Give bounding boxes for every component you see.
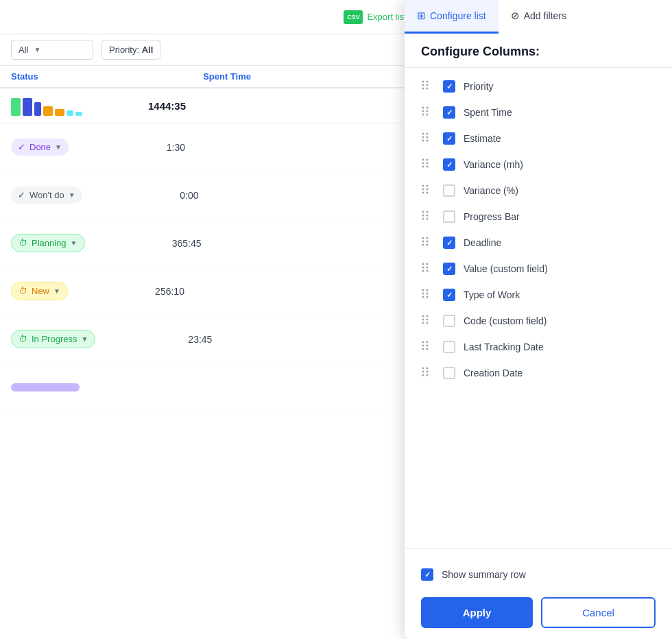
svg-point-58 — [427, 293, 429, 295]
svg-point-30 — [427, 166, 429, 168]
done-status-badge[interactable]: ✓ Done ▼ — [11, 138, 69, 156]
checkbox-last_tracking[interactable] — [443, 341, 455, 353]
checkbox-creation_date[interactable] — [443, 367, 455, 379]
svg-point-27 — [422, 162, 424, 165]
footer-buttons: Apply Cancel — [421, 597, 656, 628]
spent-time-value: 1:30 — [82, 142, 185, 153]
svg-point-49 — [422, 263, 424, 265]
spent-time-value: 256:10 — [82, 286, 184, 297]
dropdown-arrow-icon: ▼ — [53, 287, 60, 295]
priority-filter[interactable]: Priority: All — [101, 40, 160, 60]
panel-tabs: ⊞ Configure list ⊘ Add filters — [405, 0, 672, 34]
show-summary-checkbox[interactable] — [421, 568, 433, 581]
bar-blue-2 — [34, 102, 41, 116]
checkbox-deadline[interactable] — [443, 237, 455, 249]
list-item[interactable]: Spent Time — [405, 99, 672, 125]
checkbox-variance_pct[interactable] — [443, 184, 455, 197]
svg-point-76 — [427, 371, 429, 373]
svg-point-71 — [422, 348, 424, 350]
svg-point-36 — [427, 192, 429, 194]
svg-point-26 — [427, 159, 429, 161]
svg-point-46 — [427, 241, 429, 243]
drag-handle-icon[interactable] — [421, 315, 435, 327]
bar-green — [11, 98, 21, 116]
list-item[interactable]: Variance (mh) — [405, 152, 672, 178]
checkbox-spent_time[interactable] — [443, 106, 455, 119]
checkbox-priority[interactable] — [443, 80, 455, 93]
list-item[interactable]: Priority — [405, 73, 672, 99]
drag-handle-icon[interactable] — [421, 132, 435, 145]
all-filter-select[interactable]: All ▼ — [11, 40, 93, 60]
checkbox-type_of_work[interactable] — [443, 289, 455, 301]
drag-handle-icon[interactable] — [421, 367, 435, 379]
done-icon: ✓ — [18, 142, 25, 152]
columns-list: Priority Spent Time Estimate Variance (m… — [405, 68, 672, 548]
dropdown-arrow-icon: ▼ — [69, 191, 75, 199]
svg-point-72 — [427, 348, 429, 350]
drag-handle-icon[interactable] — [421, 106, 435, 119]
dropdown-arrow-icon: ▼ — [34, 46, 40, 53]
drag-handle-icon[interactable] — [421, 184, 435, 197]
spent-time-value: 23:45 — [109, 334, 212, 345]
svg-point-7 — [422, 81, 424, 83]
drag-handle-icon[interactable] — [421, 341, 435, 353]
chart-bars — [11, 95, 134, 116]
planning-status-badge[interactable]: ⏱ Planning ▼ — [11, 234, 85, 252]
list-item[interactable]: Variance (%) — [405, 178, 672, 204]
list-item[interactable]: Progress Bar — [405, 204, 672, 230]
checkbox-variance_mh[interactable] — [443, 158, 455, 171]
checkbox-value_custom[interactable] — [443, 263, 455, 275]
svg-point-48 — [427, 244, 429, 246]
inprogress-status-badge[interactable]: ⏱ In Progress ▼ — [11, 330, 95, 348]
column-label: Priority — [464, 81, 494, 92]
svg-point-25 — [422, 159, 424, 161]
list-item[interactable]: Deadline — [405, 230, 672, 256]
column-label: Variance (mh) — [464, 159, 523, 170]
svg-point-34 — [427, 189, 429, 191]
list-item[interactable]: Estimate — [405, 125, 672, 152]
new-status-badge[interactable]: ⏱ New ▼ — [11, 282, 68, 300]
svg-point-10 — [427, 84, 429, 86]
svg-point-42 — [427, 218, 429, 220]
drag-handle-icon[interactable] — [421, 237, 435, 249]
drag-handle-icon[interactable] — [421, 263, 435, 275]
svg-point-57 — [422, 293, 424, 295]
drag-handle-icon[interactable] — [421, 80, 435, 93]
svg-point-29 — [422, 166, 424, 168]
checkbox-code_custom[interactable] — [443, 315, 455, 327]
svg-point-61 — [422, 315, 424, 317]
list-item[interactable]: Creation Date — [405, 360, 672, 386]
svg-point-13 — [422, 107, 424, 109]
column-label: Type of Work — [464, 289, 520, 300]
list-item[interactable]: Type of Work — [405, 282, 672, 308]
list-item[interactable]: Last Tracking Date — [405, 334, 672, 360]
list-item[interactable]: Value (custom field) — [405, 256, 672, 282]
svg-point-23 — [422, 140, 424, 142]
tab-configure-list[interactable]: ⊞ Configure list — [405, 0, 499, 34]
wontdo-status-badge[interactable]: ✓ Won't do ▼ — [11, 186, 82, 204]
show-summary-toggle-row: Show summary row — [421, 560, 656, 592]
svg-point-53 — [422, 270, 424, 272]
svg-point-9 — [422, 84, 424, 86]
svg-point-11 — [422, 88, 424, 90]
svg-point-70 — [427, 345, 429, 347]
svg-point-22 — [427, 136, 429, 138]
svg-point-54 — [427, 270, 429, 272]
drag-handle-icon[interactable] — [421, 158, 435, 171]
tab-add-filters[interactable]: ⊘ Add filters — [499, 0, 579, 34]
apply-button[interactable]: Apply — [421, 597, 533, 628]
drag-handle-icon[interactable] — [421, 210, 435, 223]
svg-point-20 — [427, 133, 429, 135]
checkbox-progress_bar[interactable] — [443, 210, 455, 223]
svg-point-59 — [422, 296, 424, 298]
drag-handle-icon[interactable] — [421, 289, 435, 301]
list-item[interactable]: Code (custom field) — [405, 308, 672, 334]
column-label: Deadline — [464, 237, 501, 248]
svg-point-19 — [422, 133, 424, 135]
panel-footer: Show summary row Apply Cancel — [405, 548, 672, 639]
checkbox-estimate[interactable] — [443, 132, 455, 145]
dropdown-arrow-icon: ▼ — [71, 239, 77, 247]
cancel-button[interactable]: Cancel — [541, 597, 656, 628]
svg-point-38 — [427, 211, 429, 213]
svg-point-66 — [427, 322, 429, 324]
